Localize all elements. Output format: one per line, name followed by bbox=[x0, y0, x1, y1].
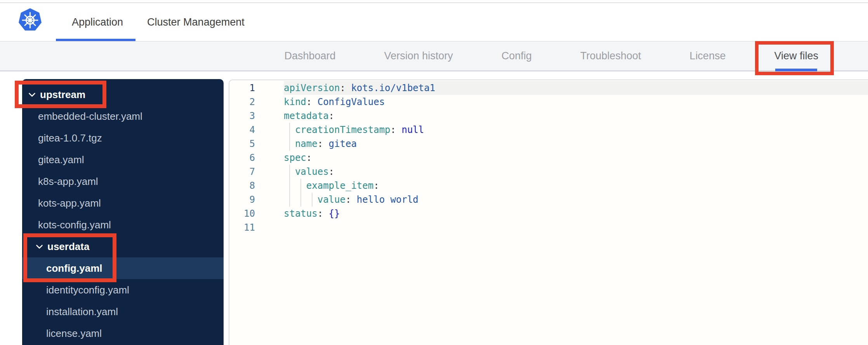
code-line-content: status: {} bbox=[284, 207, 868, 221]
tree-file-identityconfig-yaml[interactable]: identityconfig.yaml bbox=[22, 279, 224, 301]
code-line-content: value: hello world bbox=[284, 193, 868, 207]
token-key: example_item bbox=[306, 180, 373, 191]
token-p: : bbox=[329, 110, 334, 121]
tree-item-label: gitea-1.0.7.tgz bbox=[38, 132, 102, 144]
subnav-tab-version-history[interactable]: Version history bbox=[384, 41, 453, 71]
tree-item-label: upstream bbox=[40, 89, 85, 101]
admin-console-page: ApplicationCluster Management DashboardV… bbox=[0, 0, 868, 345]
tree-file-k8s-app-yaml[interactable]: k8s-app.yaml bbox=[22, 171, 224, 192]
token-key: status bbox=[284, 208, 318, 219]
tree-file-config-yaml[interactable]: config.yaml bbox=[22, 257, 224, 279]
token-v: hello world bbox=[357, 194, 418, 205]
indent-guide bbox=[289, 137, 290, 151]
code-editor[interactable]: 1apiVersion: kots.io/v1beta12kind: Confi… bbox=[229, 79, 868, 345]
code-line-content: name: gitea bbox=[284, 137, 868, 151]
tree-item-label: license.yaml bbox=[46, 328, 102, 340]
token-key: values bbox=[295, 166, 329, 177]
line-number: 7 bbox=[229, 165, 284, 179]
kubernetes-logo-icon bbox=[18, 8, 42, 32]
line-number: 6 bbox=[229, 151, 284, 165]
tree-folder-upstream[interactable]: upstream bbox=[22, 84, 224, 105]
code-line-8[interactable]: 8example_item: bbox=[229, 179, 868, 193]
file-tree-sidebar: upstreamembedded-cluster.yamlgitea-1.0.7… bbox=[22, 79, 224, 345]
indent-guide bbox=[300, 179, 301, 193]
line-number: 3 bbox=[229, 109, 284, 123]
subnav-tab-view-files[interactable]: View files bbox=[774, 41, 818, 71]
chevron-down-icon[interactable] bbox=[28, 92, 36, 97]
token-p: : bbox=[318, 208, 329, 219]
tree-item-label: embedded-cluster.yaml bbox=[38, 110, 142, 122]
tree-file-installation-yaml[interactable]: installation.yaml bbox=[22, 301, 224, 323]
token-p: : bbox=[306, 152, 312, 163]
token-p: : bbox=[318, 138, 329, 149]
line-number: 8 bbox=[229, 179, 284, 193]
tree-file-gitea-1-0-7-tgz[interactable]: gitea-1.0.7.tgz bbox=[22, 127, 224, 149]
code-line-9[interactable]: 9value: hello world bbox=[229, 193, 868, 207]
token-v: kots.io/v1beta1 bbox=[351, 83, 435, 93]
token-p: : bbox=[391, 124, 402, 135]
topnav-tab-cluster-management[interactable]: Cluster Management bbox=[147, 3, 245, 41]
tree-file-gitea-yaml[interactable]: gitea.yaml bbox=[22, 149, 224, 171]
line-number: 11 bbox=[229, 221, 284, 235]
subnav-tab-dashboard[interactable]: Dashboard bbox=[285, 41, 336, 71]
indent-guide bbox=[312, 193, 312, 207]
tree-file-embedded-cluster-yaml[interactable]: embedded-cluster.yaml bbox=[22, 105, 224, 127]
indent-guide bbox=[289, 165, 290, 179]
code-line-content bbox=[284, 221, 868, 235]
topnav-tabs: ApplicationCluster Management bbox=[72, 3, 245, 41]
subnav-tab-config[interactable]: Config bbox=[502, 41, 532, 71]
token-p: : bbox=[340, 83, 351, 93]
code-line-content: kind: ConfigValues bbox=[284, 95, 868, 109]
line-number: 10 bbox=[229, 207, 284, 221]
token-key: metadata bbox=[284, 110, 329, 121]
token-key: creationTimestamp bbox=[295, 124, 391, 135]
code-line-3[interactable]: 3metadata: bbox=[229, 109, 868, 123]
subnav-tab-troubleshoot[interactable]: Troubleshoot bbox=[580, 41, 641, 71]
tree-item-label: gitea.yaml bbox=[38, 154, 84, 166]
tree-file-kots-config-yaml[interactable]: kots-config.yaml bbox=[22, 214, 224, 236]
indent-guide bbox=[289, 193, 290, 207]
code-line-6[interactable]: 6spec: bbox=[229, 151, 868, 165]
line-number: 2 bbox=[229, 95, 284, 109]
code-line-10[interactable]: 10status: {} bbox=[229, 207, 868, 221]
code-line-11[interactable]: 11 bbox=[229, 221, 868, 235]
line-number: 9 bbox=[229, 193, 284, 207]
token-v: gitea bbox=[329, 138, 357, 149]
tree-item-label: installation.yaml bbox=[46, 306, 118, 318]
topnav-tab-application[interactable]: Application bbox=[72, 3, 123, 41]
code-line-1[interactable]: 1apiVersion: kots.io/v1beta1 bbox=[229, 81, 868, 95]
token-p: : bbox=[329, 166, 334, 177]
chevron-down-icon[interactable] bbox=[36, 244, 43, 249]
code-line-content: spec: bbox=[284, 151, 868, 165]
tree-item-label: identityconfig.yaml bbox=[46, 284, 129, 296]
token-key: kind bbox=[284, 97, 306, 107]
code-line-7[interactable]: 7values: bbox=[229, 165, 868, 179]
indent-guide bbox=[289, 179, 290, 193]
code-line-2[interactable]: 2kind: ConfigValues bbox=[229, 95, 868, 109]
code-line-5[interactable]: 5name: gitea bbox=[229, 137, 868, 151]
line-number: 1 bbox=[229, 81, 284, 95]
token-key: spec bbox=[284, 152, 306, 163]
code-line-content: creationTimestamp: null bbox=[284, 123, 868, 137]
code-line-4[interactable]: 4creationTimestamp: null bbox=[229, 123, 868, 137]
tree-file-license-yaml[interactable]: license.yaml bbox=[22, 323, 224, 344]
token-v: ConfigValues bbox=[318, 97, 385, 107]
code-line-content: values: bbox=[284, 165, 868, 179]
line-number: 4 bbox=[229, 123, 284, 137]
token-key: name bbox=[295, 138, 318, 149]
tree-folder-userdata[interactable]: userdata bbox=[22, 236, 224, 257]
subnav-tabs: DashboardVersion historyConfigTroublesho… bbox=[0, 41, 868, 71]
code-lines: 1apiVersion: kots.io/v1beta12kind: Confi… bbox=[229, 81, 868, 235]
tree-item-label: config.yaml bbox=[46, 262, 102, 274]
token-p: : bbox=[373, 180, 379, 191]
code-line-content: metadata: bbox=[284, 109, 868, 123]
indent-guide bbox=[300, 193, 301, 207]
tree-item-label: kots-config.yaml bbox=[38, 219, 111, 231]
subnav-tab-license[interactable]: License bbox=[689, 41, 726, 71]
tree-file-kots-app-yaml[interactable]: kots-app.yaml bbox=[22, 192, 224, 214]
tree-item-label: k8s-app.yaml bbox=[38, 176, 98, 188]
token-p: : bbox=[345, 194, 357, 205]
indent-guide bbox=[289, 123, 290, 137]
app-subnav: DashboardVersion historyConfigTroublesho… bbox=[0, 41, 868, 71]
token-p: : bbox=[306, 97, 318, 107]
